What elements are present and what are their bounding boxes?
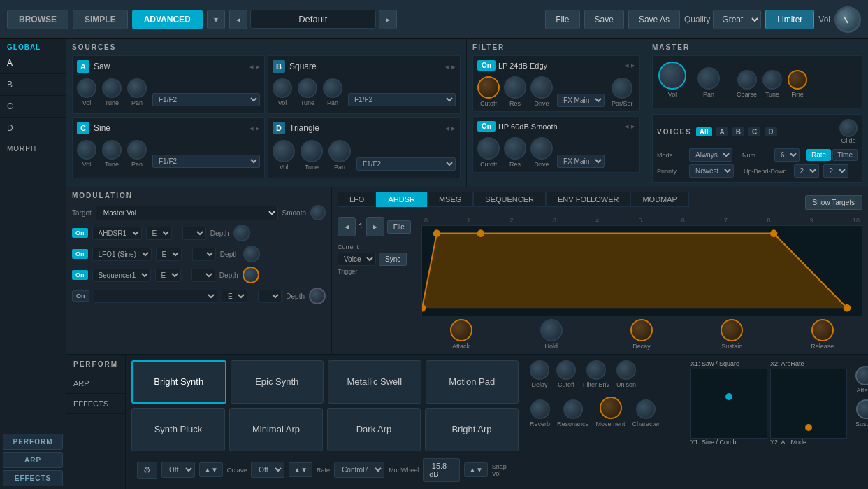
resonance-knob[interactable] [563, 399, 583, 419]
source-c-vol-knob[interactable] [77, 140, 96, 160]
envelope-display[interactable] [421, 225, 862, 316]
ahdsr-next[interactable]: ▸ [366, 217, 384, 236]
mod-ahdsr-e[interactable]: E [146, 227, 172, 240]
pad-dark-arp[interactable]: Dark Arp [327, 408, 421, 451]
vol-knob[interactable] [834, 6, 861, 33]
snap-vol-arrows[interactable]: ▲▼ [464, 462, 488, 477]
voices-all-btn[interactable]: All [696, 127, 712, 136]
voice-select[interactable]: Voice [338, 253, 376, 266]
tab-lfo[interactable]: LFO [338, 192, 376, 207]
source-a-pan-knob[interactable] [127, 78, 147, 98]
mod-seq-on[interactable]: On [72, 270, 88, 280]
source-a-vol-knob[interactable] [77, 78, 96, 98]
source-b-tune-knob[interactable] [298, 78, 317, 98]
xy-pad-1[interactable] [690, 369, 767, 439]
source-d-vol-knob[interactable] [273, 140, 295, 162]
env-release-knob[interactable] [811, 319, 834, 341]
ahdsr-file-btn[interactable]: File [387, 220, 411, 234]
mod-extra-e[interactable]: E [222, 290, 247, 303]
mod-extra-on[interactable]: On [72, 290, 89, 302]
mod-extra-select[interactable] [94, 290, 217, 303]
filter-hp-drive-knob[interactable] [530, 137, 553, 160]
env-hold-knob[interactable] [540, 319, 563, 341]
env-sustain-knob[interactable] [721, 319, 743, 341]
ahdsr-prev[interactable]: ◂ [338, 217, 356, 236]
env-decay-knob[interactable] [630, 319, 653, 341]
source-c-tune-knob[interactable] [102, 140, 122, 160]
filter-lp-on[interactable]: On [477, 60, 496, 71]
character-knob[interactable] [636, 399, 656, 419]
unison-knob[interactable] [616, 360, 636, 380]
filter-lp-res-knob[interactable] [504, 76, 526, 99]
num-select[interactable]: 6 [774, 148, 800, 162]
mode-select[interactable]: Always [689, 148, 732, 162]
tab-env-follower[interactable]: ENV FOLLOWER [546, 192, 630, 207]
target-select[interactable]: Master Vol [96, 206, 278, 220]
sidebar-row-c[interactable]: C [0, 96, 66, 118]
octave-arrows[interactable]: ▲▼ [199, 462, 223, 477]
source-a-arrows[interactable]: ◂ ▸ [249, 62, 260, 71]
filter-env-knob[interactable] [586, 360, 606, 380]
time-btn[interactable]: Time [832, 149, 858, 161]
mod-lfo-e[interactable]: E [156, 248, 182, 261]
save-button[interactable]: Save [584, 10, 624, 29]
filter-lp-drive-knob[interactable] [530, 76, 553, 99]
quality-select[interactable]: Great [713, 10, 761, 29]
pad-epic-synth[interactable]: Epic Synth [231, 360, 324, 404]
file-button[interactable]: File [545, 10, 579, 29]
mod-extra-depth-knob[interactable] [309, 288, 326, 304]
source-a-tune-knob[interactable] [102, 78, 122, 98]
filter-lp-fx[interactable]: FX Main [557, 94, 605, 107]
mod-seq-depth-knob[interactable] [243, 267, 259, 283]
mod-seq-mode[interactable]: - [191, 269, 215, 282]
voices-d-btn[interactable]: D [765, 127, 776, 136]
source-c-f1f2[interactable]: F1/F2 [152, 155, 260, 168]
rate-arrows[interactable]: ▲▼ [289, 462, 312, 477]
adsr-sustain-knob[interactable] [856, 399, 868, 419]
env-attack-knob[interactable] [450, 319, 472, 341]
mod-lfo-on[interactable]: On [72, 249, 88, 259]
source-b-arrows[interactable]: ◂ ▸ [445, 62, 456, 71]
filter-lp-cutoff-knob[interactable] [477, 76, 500, 99]
source-d-tune-knob[interactable] [301, 140, 323, 162]
tab-mseg[interactable]: MSEG [427, 192, 473, 207]
reverb-knob[interactable] [530, 399, 550, 419]
save-as-button[interactable]: Save As [628, 10, 680, 29]
source-c-arrows[interactable]: ◂ ▸ [249, 124, 260, 133]
adsr-attack-knob[interactable] [855, 366, 868, 385]
master-tune-knob[interactable] [762, 70, 782, 90]
browse-tab[interactable]: BROWSE [7, 10, 68, 29]
effects-sidebar-btn[interactable]: EFFECTS [3, 470, 63, 486]
arp-sidebar-btn[interactable]: ARP [3, 452, 63, 468]
advanced-tab[interactable]: ADVANCED [132, 10, 203, 29]
movement-knob[interactable] [600, 397, 622, 419]
preset-right[interactable]: ▸ [379, 10, 397, 29]
glide-knob[interactable] [839, 119, 858, 137]
pad-bright-synth[interactable]: Bright Synth [131, 360, 226, 404]
simple-tab[interactable]: SIMPLE [73, 10, 128, 29]
tab-sequencer[interactable]: SEQUENCER [473, 192, 546, 207]
mod-ahdsr-mode[interactable]: - [182, 227, 206, 240]
voices-a-btn[interactable]: A [716, 127, 728, 136]
sidebar-row-b[interactable]: B [0, 74, 66, 96]
source-d-arrows[interactable]: ◂ ▸ [445, 124, 456, 133]
source-d-f1f2[interactable]: F1/F2 [356, 157, 456, 171]
pad-motion-pad[interactable]: Motion Pad [426, 360, 519, 404]
smooth-knob[interactable] [310, 205, 326, 220]
master-coarse-knob[interactable] [737, 70, 757, 90]
pad-bright-arp[interactable]: Bright Arp [425, 408, 519, 451]
modwheel-select[interactable]: Control7 [334, 462, 384, 478]
preset-prev[interactable]: ▾ [207, 10, 225, 29]
mod-lfo-select[interactable]: LFO1 (Sine) [92, 248, 152, 261]
mod-extra-mode[interactable]: - [258, 290, 282, 303]
source-d-pan-knob[interactable] [328, 140, 351, 162]
arp-btn[interactable]: ARP [66, 374, 125, 394]
rate-select[interactable]: Off [251, 462, 284, 478]
perform-sidebar-btn[interactable]: PERFORM [3, 434, 63, 450]
master-fine-knob[interactable] [788, 70, 807, 90]
mod-ahdsr-on[interactable]: On [72, 228, 88, 238]
filter-parser-knob[interactable] [612, 78, 632, 99]
filter-lp-arrows[interactable]: ◂ ▸ [625, 61, 635, 70]
source-c-pan-knob[interactable] [127, 140, 147, 160]
delay-knob[interactable] [530, 360, 549, 380]
